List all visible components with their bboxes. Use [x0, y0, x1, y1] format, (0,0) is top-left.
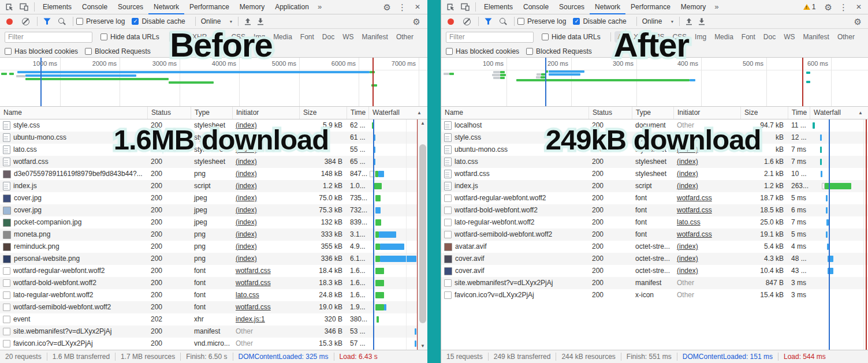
- filter-pill-ws[interactable]: WS: [339, 31, 357, 43]
- close-icon[interactable]: ✕: [410, 0, 425, 14]
- table-row[interactable]: index.js200script(index)1.2 kB263...: [441, 180, 868, 192]
- initiator-link[interactable]: wotfard.css: [677, 230, 712, 238]
- initiator-link[interactable]: wotfard.css: [236, 279, 271, 287]
- column-header-size[interactable]: Size: [299, 107, 347, 119]
- table-row[interactable]: reminduck.png200png(index)355 kB4.9...: [0, 241, 427, 253]
- filter-input[interactable]: [446, 32, 534, 43]
- filter-pill-other[interactable]: Other: [393, 31, 417, 43]
- column-header-name[interactable]: Name: [0, 107, 147, 119]
- initiator-link[interactable]: lato.css: [677, 218, 701, 226]
- table-row[interactable]: pocket-companion.jpg200jpeg(index)132 kB…: [0, 216, 427, 229]
- blocked-requests-checkbox[interactable]: Blocked Requests: [526, 47, 592, 55]
- table-row[interactable]: favicon.ico?v=dLXyx2PjAj200vnd.micro...O…: [0, 338, 427, 350]
- table-row[interactable]: site.webmanifest?v=dLXyx2PjAj200manifest…: [0, 325, 427, 338]
- column-header-initiator[interactable]: Initiator: [232, 107, 299, 119]
- record-button[interactable]: [6, 18, 13, 25]
- initiator-link[interactable]: (index): [236, 158, 257, 166]
- table-row[interactable]: wotfard-regular-webfont.woff2200fontwotf…: [0, 265, 427, 277]
- initiator-link[interactable]: (index): [677, 242, 698, 250]
- settings-gear-icon[interactable]: ⚙: [379, 0, 394, 14]
- tab-overflow-chevron[interactable]: »: [711, 0, 722, 14]
- preserve-log-checkbox[interactable]: Preserve log: [517, 17, 566, 25]
- table-row[interactable]: index.js200script(index)1.2 kB1.0...: [0, 180, 427, 192]
- table-row[interactable]: d3e0755978911619f8979bef9d843b44?...200p…: [0, 168, 427, 180]
- tab-elements[interactable]: Elements: [38, 0, 77, 14]
- tab-sources[interactable]: Sources: [554, 0, 590, 14]
- device-toolbar-icon[interactable]: [458, 3, 472, 11]
- initiator-link[interactable]: (index): [236, 206, 257, 214]
- warning-badge[interactable]: 1: [800, 2, 819, 12]
- table-row[interactable]: lato-regular-webfont.woff2200fontlato.cs…: [441, 216, 868, 229]
- throttling-select[interactable]: Online▼: [640, 17, 677, 25]
- blocked-requests-checkbox-box[interactable]: [526, 48, 533, 55]
- preserve-log-checkbox-box[interactable]: [76, 18, 83, 25]
- device-toolbar-icon[interactable]: [17, 3, 31, 11]
- tab-performance[interactable]: Performance: [625, 0, 676, 14]
- initiator-link[interactable]: wotfard.css: [677, 194, 712, 202]
- table-row[interactable]: wotfard-regular-webfont.woff2200fontwotf…: [441, 192, 868, 204]
- table-row[interactable]: wotfard.css200stylesheet(index)384 B65 .…: [0, 156, 427, 168]
- export-har-icon[interactable]: [695, 18, 708, 25]
- timeline-overview[interactable]: 100 ms200 ms300 ms400 ms500 ms600 ms: [441, 58, 868, 107]
- initiator-link[interactable]: wotfard.css: [677, 206, 712, 214]
- initiator-link[interactable]: (index): [236, 255, 257, 263]
- export-har-icon[interactable]: [254, 18, 267, 25]
- disable-cache-checkbox-box[interactable]: [132, 18, 139, 25]
- tab-console[interactable]: Console: [518, 0, 554, 14]
- tab-performance[interactable]: Performance: [184, 0, 234, 14]
- filter-pill-ws[interactable]: WS: [780, 31, 798, 43]
- has-blocked-cookies-checkbox[interactable]: Has blocked cookies: [446, 47, 519, 55]
- blocked-requests-checkbox-box[interactable]: [85, 48, 92, 55]
- table-row[interactable]: wotfard-bold-webfont.woff2200fontwotfard…: [0, 277, 427, 289]
- record-button[interactable]: [448, 18, 454, 25]
- has-blocked-cookies-checkbox[interactable]: Has blocked cookies: [5, 47, 78, 55]
- initiator-link[interactable]: (index): [677, 182, 698, 190]
- table-row[interactable]: wotfard-bold-webfont.woff2200fontwotfard…: [441, 204, 868, 216]
- column-header-time[interactable]: Time: [347, 107, 368, 119]
- table-row[interactable]: wotfard-semibold-webfont.woff2200fontwot…: [0, 301, 427, 313]
- network-settings-gear-icon[interactable]: ⚙: [409, 14, 424, 29]
- inspect-element-icon[interactable]: [444, 3, 458, 12]
- initiator-link[interactable]: (index): [236, 194, 257, 202]
- filter-pill-img[interactable]: Img: [691, 31, 710, 43]
- filter-pill-doc[interactable]: Doc: [760, 31, 779, 43]
- table-row[interactable]: cover.avif200octet-stre...(index)4.3 kB4…: [441, 253, 868, 265]
- table-row[interactable]: avatar.avif200octet-stre...(index)5.4 kB…: [441, 241, 868, 253]
- scrollbar[interactable]: ▲▼: [418, 119, 427, 350]
- has-blocked-cookies-checkbox-box[interactable]: [446, 48, 453, 55]
- hide-data-urls-checkbox-box[interactable]: [542, 33, 549, 40]
- table-row[interactable]: moneta.png200png(index)333 kB3.1...: [0, 229, 427, 241]
- clear-icon[interactable]: [463, 18, 471, 25]
- column-header-status[interactable]: Status: [588, 107, 632, 119]
- kebab-menu-icon[interactable]: ⋮: [394, 0, 410, 14]
- tab-network[interactable]: Network: [590, 0, 625, 14]
- timeline-overview[interactable]: 1000 ms2000 ms3000 ms4000 ms5000 ms6000 …: [0, 58, 427, 107]
- initiator-link[interactable]: (index): [236, 170, 257, 178]
- table-row[interactable]: lato-regular-webfont.woff2200fontlato.cs…: [0, 289, 427, 301]
- filter-pill-other[interactable]: Other: [834, 31, 858, 43]
- filter-input[interactable]: [5, 32, 92, 43]
- initiator-link[interactable]: (index): [677, 170, 698, 178]
- table-row[interactable]: favicon.ico?v=dLXyx2PjAj200x-iconOther15…: [441, 289, 868, 301]
- filter-pill-manifest[interactable]: Manifest: [359, 31, 392, 43]
- disable-cache-checkbox[interactable]: Disable cache: [132, 17, 185, 25]
- table-row[interactable]: cover.jpg200jpeg(index)75.3 kB732...: [0, 204, 427, 216]
- initiator-link[interactable]: wotfard.css: [236, 303, 271, 311]
- filter-pill-font[interactable]: Font: [297, 31, 318, 43]
- hide-data-urls-checkbox[interactable]: Hide data URLs: [100, 33, 159, 41]
- tab-memory[interactable]: Memory: [234, 0, 270, 14]
- filter-pill-font[interactable]: Font: [738, 31, 759, 43]
- table-row[interactable]: cover.avif200octet-stre...(index)10.4 kB…: [441, 265, 868, 277]
- initiator-link[interactable]: (index): [677, 267, 698, 275]
- import-har-icon[interactable]: [241, 18, 254, 25]
- filter-pill-doc[interactable]: Doc: [319, 31, 338, 43]
- tab-application[interactable]: Application: [270, 0, 314, 14]
- scroll-up-icon[interactable]: ▲: [418, 121, 427, 126]
- table-row[interactable]: personal-website.png200png(index)336 kB6…: [0, 253, 427, 265]
- column-header-waterfall[interactable]: Waterfall▲: [368, 107, 427, 119]
- table-row[interactable]: lato.css200stylesheet(index)1.6 kB7 ms: [441, 156, 868, 168]
- tab-sources[interactable]: Sources: [113, 0, 148, 14]
- hide-data-urls-checkbox-box[interactable]: [100, 33, 107, 40]
- initiator-link[interactable]: (index): [236, 242, 257, 250]
- tab-overflow-chevron[interactable]: »: [314, 0, 325, 14]
